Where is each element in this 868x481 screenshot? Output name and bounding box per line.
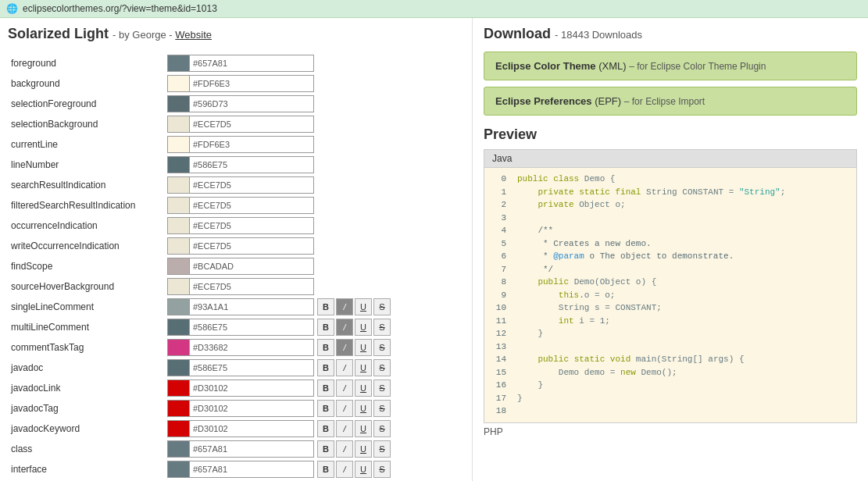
- strikethrough-btn-javadocTag[interactable]: S: [373, 400, 391, 417]
- color-row-sourceHoverBackground: sourceHoverBackground: [8, 276, 464, 297]
- color-input-selectionBackground[interactable]: [189, 116, 314, 133]
- color-input-javadocTag[interactable]: [189, 400, 314, 417]
- underline-btn-singleLineComment[interactable]: U: [355, 298, 372, 315]
- italic-btn-singleLineComment[interactable]: /: [336, 298, 353, 315]
- color-row-multiLineComment: multiLineCommentB/US: [8, 317, 464, 337]
- color-row-javadoc: javadocB/US: [8, 358, 464, 378]
- underline-btn-interface[interactable]: U: [355, 461, 372, 478]
- color-input-lineNumber[interactable]: [189, 156, 314, 173]
- bold-btn-javadocLink[interactable]: B: [317, 379, 334, 397]
- code-line-9: 9 this.o = o;: [491, 289, 850, 302]
- italic-btn-javadocKeyword[interactable]: /: [336, 420, 353, 437]
- color-swatch-cell-foreground: [164, 53, 464, 73]
- color-swatch-cell-occurrenceIndication: [164, 216, 464, 236]
- italic-btn-class[interactable]: /: [336, 440, 353, 458]
- code-line-4: 4 /**: [491, 224, 850, 237]
- color-input-sourceHoverBackground[interactable]: [189, 278, 314, 295]
- bold-btn-class[interactable]: B: [317, 440, 334, 458]
- strikethrough-btn-singleLineComment[interactable]: S: [373, 298, 391, 315]
- color-row-filteredSearchResultIndication: filteredSearchResultIndication: [8, 195, 464, 216]
- bold-btn-javadocTag[interactable]: B: [317, 400, 334, 417]
- eclipse-preferences-button[interactable]: Eclipse Preferences (EPF) – for Eclipse …: [484, 87, 857, 116]
- italic-btn-interface[interactable]: /: [336, 461, 353, 478]
- italic-btn-multiLineComment[interactable]: /: [336, 319, 353, 336]
- color-input-currentLine[interactable]: [189, 136, 314, 153]
- color-input-interface[interactable]: [189, 461, 314, 478]
- bold-btn-javadoc[interactable]: B: [317, 359, 334, 376]
- color-row-javadocKeyword: javadocKeywordB/US: [8, 419, 464, 439]
- color-swatch-interface: [167, 461, 189, 478]
- color-swatch-javadocTag: [167, 400, 189, 417]
- underline-btn-multiLineComment[interactable]: U: [355, 319, 372, 336]
- italic-btn-commentTaskTag[interactable]: /: [336, 339, 353, 356]
- color-swatch-cell-selectionForeground: [164, 94, 464, 114]
- bold-btn-interface[interactable]: B: [317, 461, 334, 478]
- color-input-occurrenceIndication[interactable]: [189, 217, 314, 234]
- color-label-javadoc: javadoc: [8, 358, 164, 378]
- underline-btn-class[interactable]: U: [355, 440, 372, 458]
- eclipse-epf-format: (EPF): [595, 95, 621, 107]
- color-swatch-cell-javadoc: B/US: [164, 358, 464, 378]
- code-line-15: 15 Demo demo = new Demo();: [491, 366, 850, 379]
- italic-btn-javadocLink[interactable]: /: [336, 379, 353, 397]
- website-link[interactable]: Website: [175, 29, 212, 41]
- strikethrough-btn-javadocKeyword[interactable]: S: [373, 420, 391, 437]
- color-swatch-cell-writeOccurrenceIndication: [164, 236, 464, 256]
- color-swatch-searchResultIndication: [167, 176, 189, 194]
- theme-name: Solarized Light: [8, 26, 109, 41]
- bold-btn-javadocKeyword[interactable]: B: [317, 420, 334, 437]
- code-line-16: 16 }: [491, 379, 850, 392]
- color-input-selectionForeground[interactable]: [189, 95, 314, 112]
- color-swatch-commentTaskTag: [167, 339, 189, 356]
- bold-btn-commentTaskTag[interactable]: B: [317, 339, 334, 356]
- color-row-currentLine: currentLine: [8, 134, 464, 155]
- color-input-singleLineComment[interactable]: [189, 298, 314, 315]
- color-swatch-selectionForeground: [167, 95, 189, 112]
- color-swatch-sourceHoverBackground: [167, 278, 189, 295]
- color-input-background[interactable]: [189, 75, 314, 92]
- strikethrough-btn-commentTaskTag[interactable]: S: [373, 339, 391, 356]
- color-swatch-cell-class: B/US: [164, 439, 464, 459]
- code-line-13: 13: [491, 340, 850, 354]
- color-swatch-singleLineComment: [167, 298, 189, 315]
- italic-btn-javadoc[interactable]: /: [336, 359, 353, 376]
- strikethrough-btn-interface[interactable]: S: [373, 461, 391, 478]
- color-input-class[interactable]: [189, 440, 314, 458]
- color-swatch-multiLineComment: [167, 319, 189, 336]
- color-input-javadocKeyword[interactable]: [189, 420, 314, 437]
- bold-btn-singleLineComment[interactable]: B: [317, 298, 334, 315]
- format-buttons-javadocTag: B/US: [317, 400, 391, 417]
- color-input-filteredSearchResultIndication[interactable]: [189, 197, 314, 214]
- code-line-3: 3: [491, 212, 850, 225]
- color-swatch-cell-searchResultIndication: [164, 175, 464, 195]
- strikethrough-btn-multiLineComment[interactable]: S: [373, 319, 391, 336]
- color-swatch-cell-filteredSearchResultIndication: [164, 195, 464, 216]
- underline-btn-javadocLink[interactable]: U: [355, 379, 372, 397]
- color-label-background: background: [8, 73, 164, 94]
- color-input-javadoc[interactable]: [189, 359, 314, 376]
- strikethrough-btn-javadoc[interactable]: S: [373, 359, 391, 376]
- underline-btn-commentTaskTag[interactable]: U: [355, 339, 372, 356]
- underline-btn-javadocKeyword[interactable]: U: [355, 420, 372, 437]
- code-line-12: 12 }: [491, 327, 850, 340]
- color-row-class: classB/US: [8, 439, 464, 459]
- color-row-searchResultIndication: searchResultIndication: [8, 175, 464, 195]
- color-input-searchResultIndication[interactable]: [189, 176, 314, 194]
- color-swatch-cell-lineNumber: [164, 155, 464, 175]
- color-input-writeOccurrenceIndication[interactable]: [189, 237, 314, 255]
- color-input-javadocLink[interactable]: [189, 379, 314, 397]
- italic-btn-javadocTag[interactable]: /: [336, 400, 353, 417]
- strikethrough-btn-javadocLink[interactable]: S: [373, 379, 391, 397]
- bold-btn-multiLineComment[interactable]: B: [317, 319, 334, 336]
- color-input-commentTaskTag[interactable]: [189, 339, 314, 356]
- color-label-selectionBackground: selectionBackground: [8, 114, 164, 134]
- color-input-multiLineComment[interactable]: [189, 319, 314, 336]
- color-row-writeOccurrenceIndication: writeOccurrenceIndication: [8, 236, 464, 256]
- eclipse-color-theme-button[interactable]: Eclipse Color Theme (XML) – for Eclipse …: [484, 52, 857, 80]
- color-input-foreground[interactable]: [189, 55, 314, 72]
- underline-btn-javadoc[interactable]: U: [355, 359, 372, 376]
- code-line-1: 1 private static final String CONSTANT =…: [491, 186, 850, 199]
- color-input-findScope[interactable]: [189, 258, 314, 275]
- strikethrough-btn-class[interactable]: S: [373, 440, 391, 458]
- underline-btn-javadocTag[interactable]: U: [355, 400, 372, 417]
